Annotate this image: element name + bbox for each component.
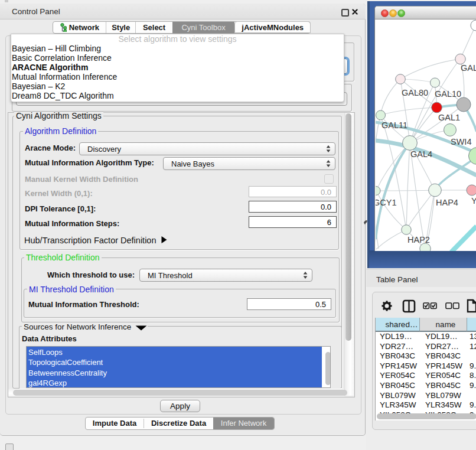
svg-text:GAL11: GAL11 xyxy=(382,120,407,130)
svg-text:GAL7: GAL7 xyxy=(461,63,476,73)
svg-text:GAL80: GAL80 xyxy=(402,88,428,97)
svg-text:YM: YM xyxy=(471,196,476,206)
svg-text:GAL10: GAL10 xyxy=(435,89,461,99)
svg-text:GAL1: GAL1 xyxy=(438,113,460,122)
svg-text:GCY1: GCY1 xyxy=(376,198,397,207)
svg-text:SWI4: SWI4 xyxy=(451,137,471,146)
svg-text:HAP4: HAP4 xyxy=(436,198,458,207)
svg-text:HAP2: HAP2 xyxy=(407,235,430,244)
svg-text:GAL4: GAL4 xyxy=(410,149,432,159)
